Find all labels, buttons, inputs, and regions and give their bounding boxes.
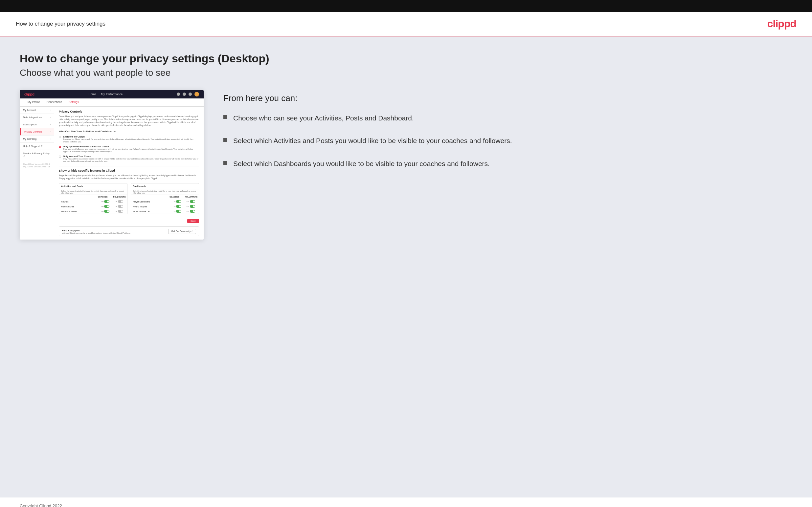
- screenshot-mockup: clippd Home My Performance My Profile: [20, 90, 204, 239]
- mock-toggle-switch[interactable]: [190, 200, 195, 203]
- mock-toggle-switch[interactable]: [104, 205, 109, 208]
- mock-avatar: [195, 92, 199, 97]
- mock-settings-icon: [183, 93, 186, 96]
- mock-activities-subheader: Select the types of activity that you'd …: [59, 189, 127, 195]
- footer: Copyright Clippd 2022: [0, 498, 812, 507]
- mock-col-followers: FOLLOWERS: [113, 196, 125, 198]
- mock-toggle-on-label: ON: [187, 206, 189, 208]
- mock-help-desc: Visit our Clippd community to troublesho…: [62, 232, 131, 234]
- mock-radio-followers[interactable]: Only Approved Followers and Your Coach O…: [59, 146, 199, 153]
- mock-subnav: My Profile Connections Settings: [20, 99, 204, 107]
- mock-toggle-switch[interactable]: [190, 210, 195, 213]
- bullet-text-1: Choose who can see your Activities, Post…: [233, 113, 414, 123]
- mock-toggle-follower: ON: [185, 205, 197, 208]
- mock-toggle-on-label: ON: [173, 201, 175, 203]
- mock-subnav-profile[interactable]: My Profile: [24, 99, 43, 106]
- mock-browser: clippd Home My Performance My Profile: [20, 90, 204, 239]
- mock-save-button[interactable]: Save: [187, 219, 199, 223]
- mock-save-row: Save: [59, 218, 199, 224]
- bullet-text-2: Select which Activities and Posts you wo…: [233, 136, 512, 146]
- mock-toggle-coach: ON: [171, 205, 183, 208]
- mock-radio-only-you[interactable]: Only You and Your Coach Only you and the…: [59, 155, 199, 163]
- mock-sidebar-data[interactable]: Data Integrations ›: [20, 114, 54, 121]
- mock-toggle-switch[interactable]: [176, 210, 181, 213]
- mock-col-coaches: COACHES: [97, 196, 109, 198]
- mock-toggle-switch[interactable]: [176, 205, 181, 208]
- mock-toggle-on-label: ON: [101, 206, 104, 208]
- mock-toggle-switch[interactable]: [118, 205, 123, 208]
- mock-sidebar-help[interactable]: Help & Support ↗: [20, 143, 54, 150]
- mock-sidebar-privacy[interactable]: Privacy Controls ›: [20, 128, 54, 135]
- mock-activities-header: Activities and Posts: [59, 183, 127, 189]
- mock-show-hide-title: Show or hide specific features in Clippd: [59, 169, 199, 172]
- mock-toggle-coach: ON: [171, 200, 183, 203]
- mock-divider: [59, 166, 199, 166]
- mock-toggle-switch[interactable]: [190, 205, 195, 208]
- mock-radio-text: Only Approved Followers and Your Coach O…: [63, 146, 199, 153]
- bullet-list: Choose who can see your Activities, Post…: [223, 113, 792, 168]
- mock-sidebar-privacy-policy[interactable]: Service & Privacy Policy ↗: [20, 150, 54, 160]
- mock-toggle-on-label: ON: [101, 210, 104, 212]
- mock-radio-circle-selected: [59, 146, 61, 148]
- mock-toggle-on-label: ON: [115, 210, 117, 212]
- mock-toggle-switch[interactable]: [118, 210, 123, 213]
- mock-sidebar: My Account › Data Integrations › Subscri…: [20, 107, 54, 239]
- bullet-square-icon: [223, 115, 227, 119]
- mock-row-whattowork: What To Work On ON ON: [131, 209, 199, 214]
- bullet-square-icon: [223, 161, 227, 165]
- top-bar: [0, 0, 812, 12]
- mock-toggle-on-label: ON: [115, 201, 117, 203]
- mock-sidebar-subscription[interactable]: Subscription ›: [20, 121, 54, 128]
- mock-toggle-on-label: ON: [101, 201, 104, 203]
- mock-col-headers: COACHES FOLLOWERS: [59, 195, 127, 199]
- mock-subnav-connections[interactable]: Connections: [43, 99, 65, 106]
- mock-toggle-switch[interactable]: [176, 200, 181, 203]
- mock-toggle-on-label: ON: [173, 206, 175, 208]
- mock-toggle-on-label: ON: [115, 206, 117, 208]
- mock-toggle-switch[interactable]: [104, 210, 109, 213]
- mock-row-toggles: ON ON: [100, 205, 125, 208]
- mock-col-coaches: COACHES: [168, 196, 180, 198]
- main-heading: How to change your privacy settings (Des…: [20, 52, 792, 65]
- mock-dashboards-table: Dashboards Select the types of activity …: [131, 183, 199, 214]
- mock-main-content: Privacy Controls Control how you and you…: [54, 107, 204, 239]
- mock-row-manual: Manual Activities ON ON: [59, 209, 127, 214]
- mock-radio-inner: [59, 146, 60, 147]
- mock-show-hide-desc: Regardless of the privacy controls that …: [59, 174, 199, 180]
- mock-row-toggles: ON ON: [171, 205, 197, 208]
- mock-toggle-follower: ON: [113, 205, 125, 208]
- mock-toggle-on-label: ON: [173, 210, 175, 212]
- mock-help-section: Help & Support Visit our Clippd communit…: [59, 226, 199, 236]
- mock-row-toggles: ON ON: [171, 210, 197, 213]
- mock-dashboards-subheader: Select the types of activity that you'd …: [131, 189, 199, 195]
- mock-sidebar-golfbag[interactable]: My Golf Bag ›: [20, 135, 54, 143]
- mock-sidebar-account[interactable]: My Account ›: [20, 107, 54, 114]
- mock-sidebar-help-label: Help & Support ↗: [23, 145, 43, 148]
- mock-toggle-follower: ON: [185, 200, 197, 203]
- mock-radio-everyone[interactable]: Everyone on Clippd Everyone on Clippd ca…: [59, 135, 199, 144]
- mock-toggle-switch[interactable]: [118, 200, 123, 203]
- mock-toggle-switch[interactable]: [104, 200, 109, 203]
- mock-activities-table: Activities and Posts Select the types of…: [59, 183, 128, 214]
- mock-dashboards-header: Dashboards: [131, 183, 199, 189]
- mock-nav-home: Home: [88, 93, 96, 96]
- mock-radio-desc: Only you and the coaches you connect wit…: [63, 158, 199, 163]
- mock-chevron-icon: ›: [50, 109, 51, 111]
- mock-row-label: Rounds: [61, 201, 100, 203]
- mock-help-title: Help & Support: [62, 229, 131, 232]
- bullet-text-3: Select which Dashboards you would like t…: [233, 159, 490, 168]
- mock-subnav-settings[interactable]: Settings: [65, 99, 82, 106]
- mock-col-headers: COACHES FOLLOWERS: [131, 195, 199, 199]
- main-content: How to change your privacy settings (Des…: [0, 37, 812, 498]
- mock-radio-circle: [59, 136, 61, 138]
- mock-who-title: Who Can See Your Activities and Dashboar…: [59, 130, 199, 133]
- mock-chevron-icon: ›: [50, 123, 51, 126]
- bullet-item-1: Choose who can see your Activities, Post…: [223, 113, 792, 123]
- mock-search-icon: [177, 93, 180, 96]
- mock-nav-icons: [177, 92, 199, 97]
- mock-toggle-on-label: ON: [187, 210, 189, 212]
- mock-visit-button[interactable]: Visit Our Community ↗: [168, 229, 196, 234]
- mock-sidebar-data-label: Data Integrations: [23, 116, 42, 119]
- page-title: How to change your privacy settings: [16, 21, 105, 27]
- mock-sidebar-subscription-label: Subscription: [23, 123, 37, 126]
